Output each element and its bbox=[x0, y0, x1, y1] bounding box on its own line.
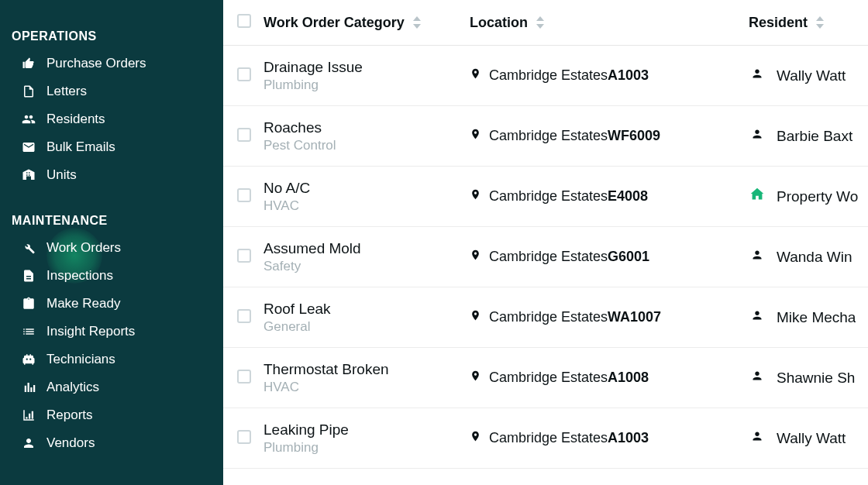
work-order-category: Safety bbox=[264, 259, 361, 274]
sort-icon bbox=[815, 16, 825, 29]
sidebar-item-label: Reports bbox=[46, 408, 93, 423]
person-icon bbox=[749, 65, 766, 86]
pin-icon bbox=[470, 429, 481, 447]
main-content: Work Order Category Location Resident bbox=[223, 0, 868, 485]
sidebar-item-insight-reports[interactable]: Insight Reports bbox=[0, 318, 223, 346]
location-cell: Cambridge EstatesG6001 bbox=[470, 248, 649, 266]
location-cell: Cambridge EstatesA1008 bbox=[470, 369, 649, 387]
sidebar-item-work-orders[interactable]: Work Orders bbox=[0, 234, 223, 262]
work-order-title: Assumed Mold bbox=[264, 240, 361, 257]
chart-icon bbox=[22, 408, 46, 422]
work-order-category: HVAC bbox=[264, 380, 389, 395]
work-order-category: General bbox=[264, 319, 331, 335]
sidebar-item-reports[interactable]: Reports bbox=[0, 401, 223, 429]
sort-icon bbox=[536, 16, 545, 29]
sidebar-item-bulk-emails[interactable]: Bulk Emails bbox=[0, 133, 223, 161]
sidebar-item-vendors[interactable]: Vendors bbox=[0, 429, 223, 457]
column-header-location-label: Location bbox=[470, 15, 528, 31]
select-all-checkbox[interactable] bbox=[237, 14, 251, 28]
row-checkbox[interactable] bbox=[237, 67, 251, 81]
table-row[interactable]: RoachesPest ControlCambridge EstatesWF60… bbox=[223, 106, 868, 167]
table-row[interactable]: Roof LeakGeneralCambridge EstatesWA1007M… bbox=[223, 287, 868, 348]
file-icon bbox=[22, 84, 46, 98]
location-name: Cambridge Estates bbox=[489, 370, 608, 385]
wrench-icon bbox=[22, 241, 46, 255]
sidebar-item-purchase-orders[interactable]: Purchase Orders bbox=[0, 50, 223, 77]
location-unit: WA1007 bbox=[608, 309, 661, 325]
resident-name: Wally Watt bbox=[777, 67, 846, 84]
sidebar-item-inspections[interactable]: Inspections bbox=[0, 262, 223, 290]
work-order-title: No A/C bbox=[264, 180, 310, 197]
resident-name: Shawnie Sh bbox=[777, 370, 855, 387]
pin-icon bbox=[470, 67, 481, 84]
row-checkbox[interactable] bbox=[237, 370, 251, 384]
location-name: Cambridge Estates bbox=[489, 67, 608, 83]
sidebar-section-title: OPERATIONS bbox=[0, 23, 223, 50]
thumbs-up-icon bbox=[22, 57, 46, 71]
person-icon bbox=[749, 428, 766, 449]
sidebar-item-label: Inspections bbox=[46, 268, 113, 284]
resident-cell: Wally Watt bbox=[749, 428, 846, 449]
location-unit: A1008 bbox=[608, 370, 649, 385]
pin-icon bbox=[470, 127, 481, 145]
person-icon bbox=[749, 307, 766, 328]
person-icon bbox=[749, 126, 766, 146]
pin-icon bbox=[470, 308, 481, 326]
work-order-category: Plumbing bbox=[264, 77, 363, 93]
house-icon bbox=[749, 186, 766, 207]
person-icon bbox=[22, 436, 46, 450]
column-header-resident[interactable]: Resident bbox=[749, 15, 825, 31]
table-body: Drainage IssuePlumbingCambridge EstatesA… bbox=[223, 46, 868, 485]
row-checkbox[interactable] bbox=[237, 128, 251, 142]
sidebar-item-technicians[interactable]: Technicians bbox=[0, 346, 223, 373]
sidebar-item-units[interactable]: Units bbox=[0, 161, 223, 189]
location-unit: E4008 bbox=[608, 188, 648, 204]
resident-name: Property Wo bbox=[777, 188, 858, 205]
sidebar-item-make-ready[interactable]: Make Ready bbox=[0, 290, 223, 318]
table-row[interactable]: Leaking PipePlumbingCambridge EstatesA10… bbox=[223, 408, 868, 469]
table-row[interactable]: Drainage IssuePlumbingCambridge EstatesA… bbox=[223, 46, 868, 106]
bars-icon bbox=[22, 380, 46, 394]
location-name: Cambridge Estates bbox=[489, 249, 608, 264]
work-order-title: Drainage Issue bbox=[264, 59, 363, 76]
row-checkbox[interactable] bbox=[237, 249, 251, 263]
sidebar-item-letters[interactable]: Letters bbox=[0, 77, 223, 105]
robot-icon bbox=[22, 353, 46, 366]
location-cell: Cambridge EstatesA1003 bbox=[470, 429, 649, 447]
table-row[interactable]: No A/CHVACCambridge EstatesE4008Property… bbox=[223, 167, 868, 227]
location-name: Cambridge Estates bbox=[489, 128, 608, 143]
sidebar-item-label: Insight Reports bbox=[46, 324, 135, 339]
sidebar-item-label: Work Orders bbox=[46, 240, 121, 256]
location-name: Cambridge Estates bbox=[489, 188, 608, 204]
work-order-title: Leaking Pipe bbox=[264, 421, 349, 439]
resident-name: Wally Watt bbox=[777, 430, 846, 447]
sidebar-item-label: Residents bbox=[46, 112, 105, 127]
column-header-location[interactable]: Location bbox=[470, 15, 545, 31]
person-icon bbox=[749, 367, 766, 388]
location-cell: Cambridge EstatesA1003 bbox=[470, 67, 649, 84]
work-order-category: HVAC bbox=[264, 198, 310, 214]
work-order-category: Plumbing bbox=[264, 440, 349, 456]
sidebar-section-title: MAINTENANCE bbox=[0, 208, 223, 234]
row-checkbox[interactable] bbox=[237, 188, 251, 202]
column-header-resident-label: Resident bbox=[749, 15, 808, 31]
sidebar-item-analytics[interactable]: Analytics bbox=[0, 373, 223, 401]
sidebar-item-label: Technicians bbox=[46, 352, 115, 367]
table-header: Work Order Category Location Resident bbox=[223, 0, 868, 46]
location-cell: Cambridge EstatesWA1007 bbox=[470, 308, 661, 326]
work-order-category: Pest Control bbox=[264, 138, 336, 153]
resident-cell: Shawnie Sh bbox=[749, 367, 855, 388]
location-unit: A1003 bbox=[608, 430, 649, 445]
column-header-category[interactable]: Work Order Category bbox=[264, 15, 422, 31]
sidebar: OPERATIONSPurchase OrdersLettersResident… bbox=[0, 0, 223, 485]
sidebar-item-label: Vendors bbox=[46, 435, 95, 451]
sidebar-item-residents[interactable]: Residents bbox=[0, 105, 223, 133]
person-icon bbox=[749, 246, 766, 267]
sidebar-item-label: Purchase Orders bbox=[46, 56, 146, 71]
table-row[interactable]: Assumed MoldSafetyCambridge EstatesG6001… bbox=[223, 227, 868, 287]
row-checkbox[interactable] bbox=[237, 430, 251, 444]
sidebar-item-label: Letters bbox=[46, 84, 87, 99]
resident-cell: Property Wo bbox=[749, 186, 858, 207]
row-checkbox[interactable] bbox=[237, 309, 251, 323]
table-row[interactable]: Thermostat BrokenHVACCambridge EstatesA1… bbox=[223, 348, 868, 408]
